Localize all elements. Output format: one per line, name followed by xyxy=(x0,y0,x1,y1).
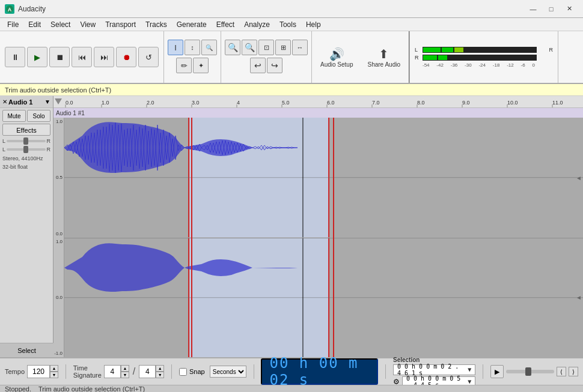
pan-l-label: L xyxy=(2,146,5,152)
zoom-fit-button[interactable]: ⊞ xyxy=(275,40,291,55)
time-display: 00 h 00 m 02 s xyxy=(261,358,378,385)
tempo-input[interactable] xyxy=(27,365,50,378)
sig-den-up-button[interactable]: ▲ xyxy=(156,365,164,372)
audio-setup-button[interactable]: 🔊 Audio Setup xyxy=(316,44,358,70)
speed-forward-button[interactable]: ⟩ xyxy=(569,367,578,376)
vu-l-label: L xyxy=(415,47,421,53)
sig-divider-4 xyxy=(385,364,386,379)
menu-effect[interactable]: Effect xyxy=(212,19,239,30)
menu-tools[interactable]: Tools xyxy=(275,19,301,30)
play-button[interactable]: ▶ xyxy=(27,47,47,67)
sig-numerator-input[interactable] xyxy=(104,365,121,378)
sig-num-down-button[interactable]: ▼ xyxy=(121,372,129,378)
menu-select[interactable]: Select xyxy=(46,19,75,30)
effects-button[interactable]: Effects xyxy=(2,124,50,136)
speed-slider-thumb[interactable] xyxy=(525,367,531,376)
y-label-bot-m1-0: -1.0 xyxy=(53,351,64,356)
menu-file[interactable]: File xyxy=(2,19,23,30)
timeline-ruler: 0.0 1.0 2.0 3.0 4 5.0 6.0 7.0 8.0 9.0 xyxy=(53,96,583,108)
menu-help[interactable]: Help xyxy=(301,19,326,30)
record-button[interactable]: ⏺ xyxy=(116,47,136,67)
left-panel: ✕ Audio 1 ▼ Mute Solo Effects L R L xyxy=(0,96,53,357)
tempo-down-button[interactable]: ▼ xyxy=(50,372,58,378)
gain-slider[interactable] xyxy=(7,140,45,142)
mute-button[interactable]: Mute xyxy=(2,110,26,122)
sig-num-control: ▲ ▼ xyxy=(104,365,129,378)
menu-transport[interactable]: Transport xyxy=(100,19,141,30)
pan-control: L R xyxy=(2,146,50,152)
minimize-button[interactable]: — xyxy=(524,3,542,15)
menu-view[interactable]: View xyxy=(75,19,100,30)
track-menu-icon[interactable]: ▼ xyxy=(44,98,50,105)
tempo-group: Tempo ▲ ▼ xyxy=(5,365,58,378)
main-area: ✕ Audio 1 ▼ Mute Solo Effects L R L xyxy=(0,96,583,357)
track-close-icon[interactable]: ✕ xyxy=(2,98,7,105)
tempo-up-button[interactable]: ▲ xyxy=(50,365,58,372)
snap-unit-select[interactable]: Seconds Bars Beats xyxy=(210,366,246,378)
draw-tool-button[interactable]: ✏ xyxy=(176,58,192,73)
waveform-top: 1.0 0.5 0.0 ◄ xyxy=(53,118,583,238)
y-label-bot-0-0: 0.0 xyxy=(53,295,64,300)
zoom-sel-button[interactable]: ⊡ xyxy=(258,40,274,55)
tempo-control: ▲ ▼ xyxy=(27,365,58,378)
loop-button[interactable]: ↺ xyxy=(138,47,159,67)
snap-label[interactable]: Snap xyxy=(189,368,205,375)
vu-scale: -54-42-36-30-24-18-12-60 xyxy=(415,62,535,68)
selection-start-row: 0 0 h 0 0 m 0 2 . 4 6 1 s ▼ xyxy=(393,364,475,375)
zoom-out-button[interactable]: 🔍 xyxy=(242,40,257,55)
pan-slider[interactable] xyxy=(7,148,45,151)
pause-button[interactable]: ⏸ xyxy=(5,47,25,67)
waveform-container[interactable]: Audio 1 #1 1.0 0.5 0.0 ◄ xyxy=(53,108,583,357)
selection-start-display: 0 0 h 0 0 m 0 2 . 4 6 1 s ▼ xyxy=(393,364,475,375)
menu-tracks[interactable]: Tracks xyxy=(141,19,172,30)
solo-button[interactable]: Solo xyxy=(27,110,50,122)
menu-generate[interactable]: Generate xyxy=(172,19,212,30)
menu-analyze[interactable]: Analyze xyxy=(239,19,275,30)
playback-play-button[interactable]: ▶ xyxy=(490,365,504,378)
channel-divider xyxy=(53,238,583,238)
sig-num-up-button[interactable]: ▲ xyxy=(121,365,129,372)
redo-button[interactable]: ↪ xyxy=(267,58,282,73)
multi-tool-button[interactable]: ✦ xyxy=(193,58,209,73)
y-labels-top: 1.0 0.5 0.0 xyxy=(53,118,64,238)
app-icon: A xyxy=(5,4,14,14)
zoom-section: 🔍 🔍 ⊡ ⊞ ↔ ↩ ↪ xyxy=(221,31,312,83)
sig-denominator-input[interactable] xyxy=(139,365,156,378)
stop-button[interactable]: ⏹ xyxy=(49,47,70,67)
speed-reset-button[interactable]: ⟨ xyxy=(557,367,566,376)
skip-back-button[interactable]: ⏮ xyxy=(72,47,92,67)
undo-button[interactable]: ↩ xyxy=(250,58,266,73)
sig-divider-3 xyxy=(254,364,254,379)
track-info: Stereo, 44100Hz32-bit float xyxy=(2,155,50,171)
svg-text:7.0: 7.0 xyxy=(372,100,380,106)
menu-edit[interactable]: Edit xyxy=(23,19,46,30)
stopped-label: Stopped. xyxy=(5,385,31,392)
audio-setup-section: 🔊 Audio Setup ⬆ Share Audio xyxy=(312,31,410,83)
speed-slider[interactable] xyxy=(506,370,554,373)
select-tool-button[interactable]: I xyxy=(168,40,183,55)
maximize-button[interactable]: □ xyxy=(542,3,560,15)
selection-label: Selection xyxy=(393,357,475,363)
zoom-in-button[interactable]: 🔍 xyxy=(225,40,240,55)
svg-text:6.0: 6.0 xyxy=(327,100,335,106)
scroll-right-bottom[interactable]: ◄ xyxy=(576,294,582,301)
close-button[interactable]: ✕ xyxy=(560,3,578,15)
playback-controls: ▶ ⟨ ⟩ xyxy=(490,365,578,378)
zoom-width-button[interactable]: ↔ xyxy=(292,40,308,55)
zoom-tool-button[interactable]: 🔍 xyxy=(201,40,217,55)
skip-forward-button[interactable]: ⏭ xyxy=(94,47,114,67)
svg-text:11.0: 11.0 xyxy=(552,100,563,106)
audio-setup-label: Audio Setup xyxy=(320,61,353,68)
envelope-tool-button[interactable]: ↕ xyxy=(185,40,200,55)
snap-checkbox[interactable] xyxy=(179,368,187,376)
track-name: Audio 1 xyxy=(8,98,43,106)
scroll-right-top[interactable]: ◄ xyxy=(576,174,582,181)
share-audio-button[interactable]: ⬆ Share Audio xyxy=(363,44,406,70)
share-icon: ⬆ xyxy=(379,47,389,61)
sig-den-down-button[interactable]: ▼ xyxy=(156,372,164,378)
speed-slider-group xyxy=(506,370,554,373)
selection-group: Selection 0 0 h 0 0 m 0 2 . 4 6 1 s ▼ ⚙ … xyxy=(393,357,475,387)
time-signature-group: Time Signature ▲ ▼ / ▲ ▼ xyxy=(73,364,165,379)
mute-solo-group: Mute Solo xyxy=(2,110,50,122)
svg-text:10.0: 10.0 xyxy=(507,100,518,106)
